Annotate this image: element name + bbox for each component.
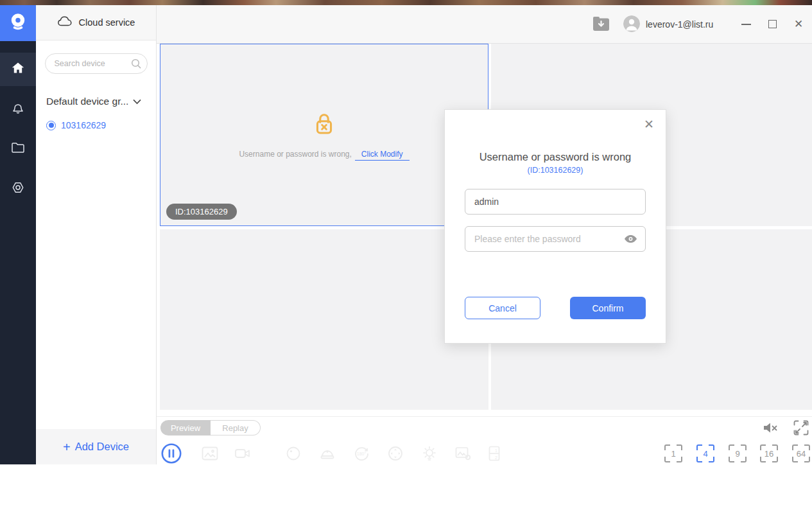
tab-preview[interactable]: Preview [160, 420, 211, 435]
video-cell-selected[interactable]: Username or password is wrong, Click Mod… [160, 44, 488, 226]
bell-icon [10, 100, 26, 118]
grid-layout-16-button[interactable]: 16 [760, 444, 778, 462]
dialog-close-icon[interactable]: ✕ [644, 118, 654, 130]
grid-layout-1-button[interactable]: 1 [664, 444, 682, 462]
cloud-service-header[interactable]: Cloud service [36, 5, 156, 40]
snapshot-icon [202, 445, 218, 462]
dome-camera-icon [319, 445, 336, 462]
grid-layout-64-button[interactable]: 64 [792, 444, 810, 462]
cloud-icon [57, 15, 74, 30]
password-error-dialog: ✕ Username or password is wrong (ID:1031… [444, 109, 666, 344]
cloud-service-label: Cloud service [79, 17, 135, 28]
mode-tabs: Preview Replay [160, 420, 261, 435]
ptz-pad-icon [387, 445, 404, 462]
ptz-ball-icon [285, 445, 302, 462]
dialog-buttons: Cancel Confirm [465, 297, 646, 319]
grid-layout-16-label: 16 [760, 444, 778, 462]
sidebar-nav [0, 41, 36, 464]
username-field[interactable] [465, 189, 646, 215]
sidebar-item-home[interactable] [0, 53, 36, 86]
grid-layout-9-label: 9 [729, 444, 747, 462]
add-device-button[interactable]: + Add Device [36, 429, 156, 464]
video-cell[interactable] [160, 229, 488, 410]
minimize-icon [741, 24, 751, 25]
lock-error-icon [309, 110, 339, 142]
account-email: leverov-1@list.ru [646, 5, 713, 43]
password-field-wrap [465, 226, 646, 252]
device-list-item[interactable]: 103162629 [46, 120, 156, 130]
home-icon [10, 60, 26, 78]
chevron-down-icon [133, 96, 141, 107]
fullscreen-icon[interactable] [793, 419, 809, 439]
cancel-button[interactable]: Cancel [465, 297, 540, 319]
desktop-background-strip [0, 0, 812, 5]
hexagon-eye-icon [10, 180, 26, 198]
device-panel: Cloud service Default device gr... [36, 5, 157, 464]
device-id-label: 103162629 [61, 120, 106, 130]
pause-button[interactable] [160, 443, 182, 464]
app-logo [0, 5, 36, 41]
click-modify-link[interactable]: Click Modify [355, 150, 410, 161]
device-selected-radio-icon [46, 121, 56, 130]
screen: Cloud service Default device gr... [0, 0, 812, 510]
topbar: leverov-1@list.ru ✕ [157, 5, 812, 44]
grid-layout-9-button[interactable]: 9 [729, 444, 747, 462]
grid-layout-1-label: 1 [664, 444, 682, 462]
cell-error-text: Username or password is wrong, [239, 150, 351, 159]
grid-layout-64-label: 64 [792, 444, 810, 462]
device-search [45, 53, 148, 74]
sidebar-item-discover[interactable] [0, 172, 36, 206]
tab-replay[interactable]: Replay [211, 420, 261, 435]
maximize-button[interactable] [763, 5, 782, 43]
webcam-logo-icon [9, 13, 27, 33]
sidebar-item-media-files[interactable] [0, 132, 36, 166]
folder-icon [10, 140, 26, 158]
svg-text:180°: 180° [357, 452, 367, 456]
password-field[interactable] [465, 226, 646, 252]
dialog-device-id: (ID:103162629) [445, 166, 666, 175]
mute-icon[interactable] [763, 421, 779, 437]
dialog-title: Username or password is wrong [445, 151, 666, 163]
grid-layout-4-label: 4 [696, 444, 714, 462]
playback-bar: Preview Replay [157, 416, 812, 465]
light-icon [421, 445, 438, 462]
device-id-badge: ID:103162629 [166, 204, 237, 220]
grid-layout-4-button[interactable]: 4 [696, 444, 714, 462]
show-password-eye-icon[interactable] [624, 234, 637, 246]
image-settings-icon [455, 445, 472, 462]
plus-icon: + [63, 441, 71, 453]
flip-180-icon: 180° [353, 445, 370, 462]
svg-text:2: 2 [495, 455, 497, 460]
sidebar-item-alarm-messages[interactable] [0, 92, 36, 126]
minimize-button[interactable] [736, 5, 756, 43]
device-group-label: Default device gr... [46, 96, 128, 107]
search-icon [131, 58, 141, 71]
record-icon [234, 445, 251, 462]
confirm-button[interactable]: Confirm [570, 297, 646, 319]
stream-switch-icon: 1 2 [486, 445, 503, 462]
device-group-header[interactable]: Default device gr... [46, 96, 156, 107]
app-window: Cloud service Default device gr... [0, 5, 812, 464]
avatar[interactable] [623, 15, 640, 32]
add-device-label: Add Device [75, 441, 129, 453]
svg-text:1: 1 [495, 448, 497, 453]
download-manager-icon[interactable] [593, 17, 609, 33]
maximize-icon [768, 20, 777, 28]
close-window-button[interactable]: ✕ [789, 5, 808, 43]
